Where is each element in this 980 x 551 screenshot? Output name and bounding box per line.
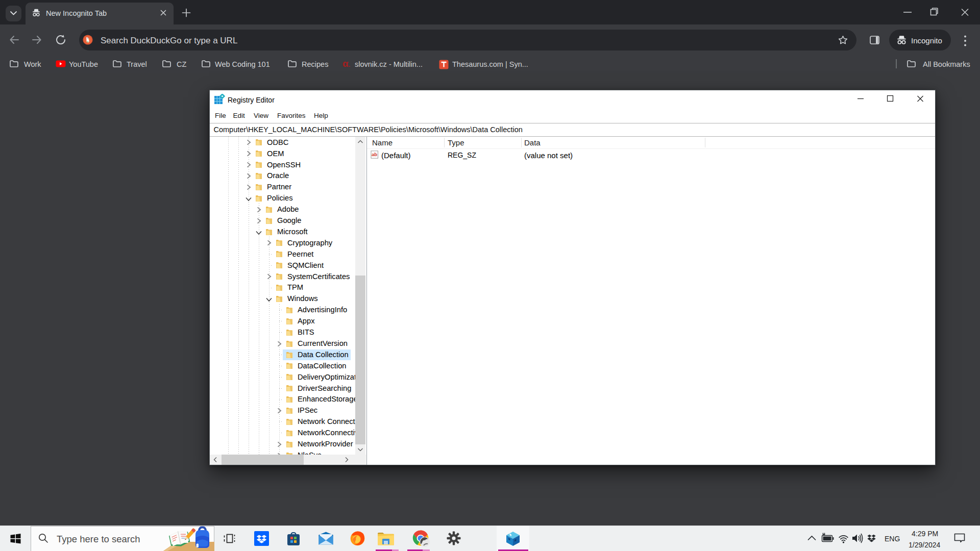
svg-text:ab: ab — [372, 152, 377, 157]
